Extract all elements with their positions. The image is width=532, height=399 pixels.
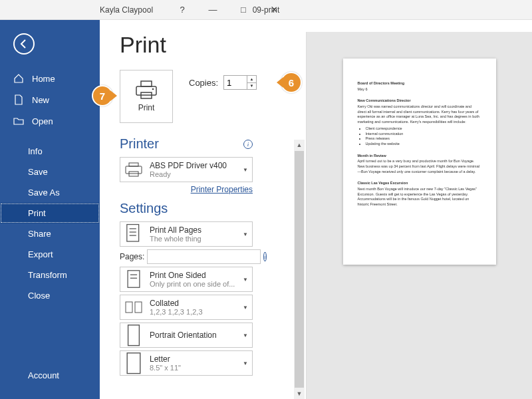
printer-name: ABS PDF Driver v400	[150, 161, 248, 170]
setting-orientation[interactable]: Portrait Orientation ▼	[120, 323, 253, 348]
nav-label: Info	[28, 146, 43, 156]
nav-transform[interactable]: Transform	[0, 265, 100, 285]
svg-rect-4	[126, 166, 142, 174]
info-icon[interactable]: i	[243, 140, 253, 149]
nav-new[interactable]: New	[0, 89, 100, 110]
callout-6: 6	[281, 72, 302, 93]
printer-icon	[135, 80, 158, 99]
setting-collation[interactable]: Collated 1,2,3 1,2,3 1,2,3 ▼	[120, 295, 253, 320]
nav-open[interactable]: Open	[0, 110, 100, 132]
nav-label: Print	[28, 208, 46, 218]
scroll-thumb[interactable]	[295, 151, 304, 388]
copies-input[interactable]: 1 ▲ ▼	[223, 75, 257, 90]
nav-label: Save As	[28, 188, 60, 198]
scroll-up-icon[interactable]: ▲	[294, 140, 305, 150]
nav-label: Account	[28, 370, 59, 380]
help-button[interactable]: ?	[173, 3, 192, 17]
nav-label: New	[32, 95, 49, 105]
maximize-button[interactable]: □	[234, 3, 253, 17]
back-arrow-icon	[19, 39, 29, 49]
one-sided-icon	[124, 271, 143, 288]
nav-label: Share	[28, 229, 51, 239]
pages-input[interactable]	[147, 249, 261, 264]
nav-label: Close	[28, 291, 50, 301]
nav-export[interactable]: Export	[0, 244, 100, 265]
print-button-label: Print	[138, 103, 155, 112]
print-button[interactable]: Print	[120, 70, 173, 123]
printer-device-icon	[124, 161, 143, 178]
settings-scrollbar[interactable]: ▲ ▼	[294, 140, 305, 399]
nav-info[interactable]: Info	[0, 141, 100, 162]
scroll-down-icon[interactable]: ▼	[294, 388, 305, 399]
copies-up[interactable]: ▲	[247, 76, 256, 83]
svg-rect-1	[136, 86, 156, 95]
home-icon	[13, 73, 24, 84]
copies-down[interactable]: ▼	[247, 83, 256, 90]
pages-icon	[124, 225, 143, 243]
setting-print-range[interactable]: Print All Pages The whole thing ▼	[120, 221, 253, 247]
nav-label: Transform	[28, 270, 67, 280]
nav-label: Export	[28, 249, 53, 259]
printer-selector[interactable]: ABS PDF Driver v400 Ready ▼	[120, 157, 253, 182]
printer-status: Ready	[150, 170, 248, 178]
open-icon	[13, 116, 24, 126]
chevron-down-icon: ▼	[243, 167, 248, 173]
nav-label: Open	[32, 116, 53, 126]
chevron-down-icon: ▼	[243, 231, 248, 237]
collated-icon	[124, 299, 143, 316]
info-icon[interactable]: i	[263, 252, 267, 261]
setting-sides[interactable]: Print One Sided Only print on one side o…	[120, 267, 253, 292]
nav-share[interactable]: Share	[0, 223, 100, 244]
callout-7: 7	[92, 85, 113, 106]
chevron-down-icon: ▼	[243, 332, 248, 338]
svg-rect-11	[128, 271, 140, 287]
minimize-button[interactable]: —	[203, 3, 222, 17]
nav-save[interactable]: Save	[0, 162, 100, 182]
chevron-down-icon: ▼	[243, 305, 248, 311]
backstage-sidebar: Home New Open Info Save Save As Print Sh…	[0, 20, 100, 399]
copies-value: 1	[227, 78, 231, 88]
preview-page: Board of Directors Meeting May 6 New Com…	[343, 59, 496, 265]
svg-rect-15	[135, 302, 142, 313]
pages-label: Pages:	[120, 252, 144, 261]
svg-rect-5	[129, 163, 138, 166]
settings-heading: Settings	[120, 201, 306, 216]
printer-properties-link[interactable]: Printer Properties	[120, 185, 253, 194]
setting-paper-size[interactable]: Letter 8.5" x 11" ▼	[120, 350, 253, 376]
svg-rect-16	[128, 325, 140, 346]
chevron-down-icon: ▼	[243, 277, 248, 283]
print-preview-area: Board of Directors Meeting May 6 New Com…	[306, 32, 532, 399]
print-panel: Print Print Copies: 1	[100, 20, 532, 399]
nav-print[interactable]: Print	[0, 203, 100, 223]
svg-rect-7	[127, 225, 139, 241]
doc-title: 09-print	[253, 5, 280, 15]
printer-heading: Printer i	[120, 136, 253, 152]
svg-rect-0	[141, 81, 152, 86]
copies-spinner: ▲ ▼	[247, 76, 256, 89]
nav-close[interactable]: Close	[0, 285, 100, 306]
nav-label: Home	[32, 74, 55, 84]
nav-home[interactable]: Home	[0, 68, 100, 89]
back-button[interactable]	[13, 33, 35, 55]
nav-label: Save	[28, 167, 48, 177]
svg-rect-14	[126, 302, 132, 313]
copies-label: Copies:	[189, 78, 218, 88]
new-icon	[13, 94, 24, 105]
paper-icon	[124, 354, 143, 372]
user-name: Kayla Claypool	[100, 5, 153, 15]
svg-rect-17	[127, 353, 140, 374]
portrait-icon	[124, 327, 143, 344]
page-title: Print	[120, 32, 306, 58]
chevron-down-icon: ▼	[243, 360, 248, 366]
titlebar: 09-print Kayla Claypool ? — □ ✕	[0, 0, 532, 20]
svg-point-3	[152, 88, 154, 90]
nav-saveas[interactable]: Save As	[0, 182, 100, 203]
nav-account[interactable]: Account	[0, 365, 100, 386]
